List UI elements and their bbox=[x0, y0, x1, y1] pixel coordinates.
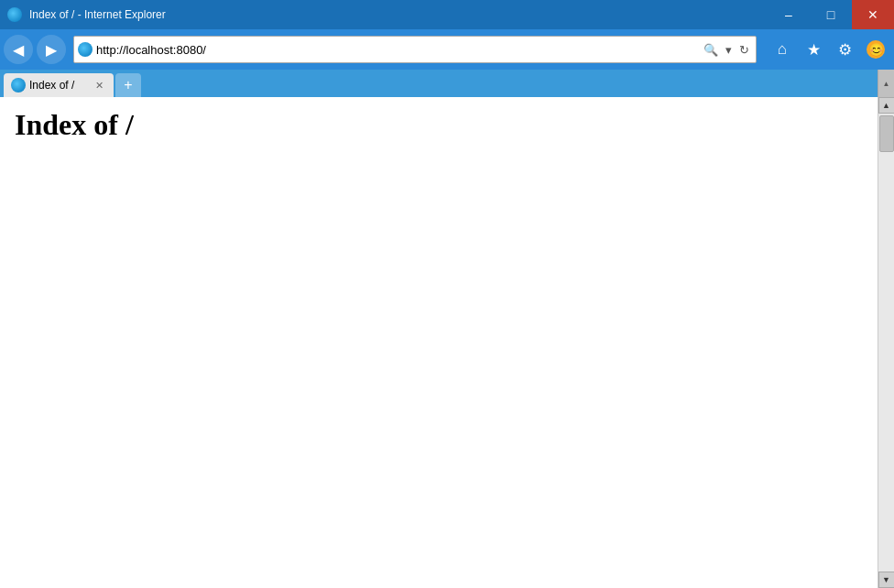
tab-close-button[interactable]: ✕ bbox=[92, 78, 106, 93]
title-bar-controls: – □ ✕ bbox=[768, 0, 894, 29]
back-button[interactable]: ◀ bbox=[4, 35, 33, 64]
tab-label: Index of / bbox=[29, 79, 74, 92]
content-wrapper: Index of / ▲ ▼ bbox=[0, 97, 894, 588]
new-tab-button[interactable]: + bbox=[115, 73, 141, 97]
tab-scroll-indicator: ▲ bbox=[883, 80, 890, 88]
address-bar: 🔍 ▾ ↻ bbox=[73, 36, 757, 63]
content-area: Index of / bbox=[0, 97, 878, 588]
tab-scroll-area: ▲ bbox=[878, 70, 894, 97]
forward-button[interactable]: ▶ bbox=[37, 35, 66, 64]
address-bar-icon bbox=[78, 42, 93, 57]
tab-index[interactable]: Index of / ✕ bbox=[4, 73, 114, 97]
title-bar-left: Index of / - Internet Explorer bbox=[7, 7, 166, 22]
search-button[interactable]: 🔍 bbox=[701, 41, 721, 59]
scrollbar-thumb[interactable] bbox=[879, 115, 894, 152]
close-button[interactable]: ✕ bbox=[852, 0, 894, 29]
minimize-button[interactable]: – bbox=[768, 0, 810, 29]
scrollbar-track[interactable] bbox=[878, 114, 894, 572]
settings-button[interactable]: ⚙ bbox=[830, 35, 859, 64]
favorites-button[interactable]: ★ bbox=[799, 35, 828, 64]
home-button[interactable]: ⌂ bbox=[768, 35, 797, 64]
scroll-up-button[interactable]: ▲ bbox=[878, 97, 895, 114]
dropdown-button[interactable]: ▾ bbox=[723, 41, 735, 59]
title-bar: Index of / - Internet Explorer – □ ✕ bbox=[0, 0, 894, 29]
main-toolbar: ◀ ▶ 🔍 ▾ ↻ ⌂ ★ ⚙ 😊 bbox=[0, 29, 894, 70]
refresh-button[interactable]: ↻ bbox=[736, 41, 752, 59]
maximize-button[interactable]: □ bbox=[810, 0, 852, 29]
address-bar-actions: 🔍 ▾ ↻ bbox=[701, 41, 752, 59]
page-heading: Index of / bbox=[15, 108, 863, 142]
tab-icon bbox=[11, 78, 26, 93]
address-input[interactable] bbox=[96, 43, 697, 57]
scroll-down-button[interactable]: ▼ bbox=[878, 572, 895, 588]
title-bar-icon bbox=[7, 7, 22, 22]
smiley-icon: 😊 bbox=[867, 40, 885, 59]
tab-bar: Index of / ✕ + ▲ bbox=[0, 70, 894, 97]
title-bar-title: Index of / - Internet Explorer bbox=[29, 8, 166, 21]
scrollbar: ▲ ▼ bbox=[878, 97, 894, 588]
browser-tools: ⌂ ★ ⚙ 😊 bbox=[768, 35, 890, 64]
safety-button[interactable]: 😊 bbox=[861, 35, 890, 64]
